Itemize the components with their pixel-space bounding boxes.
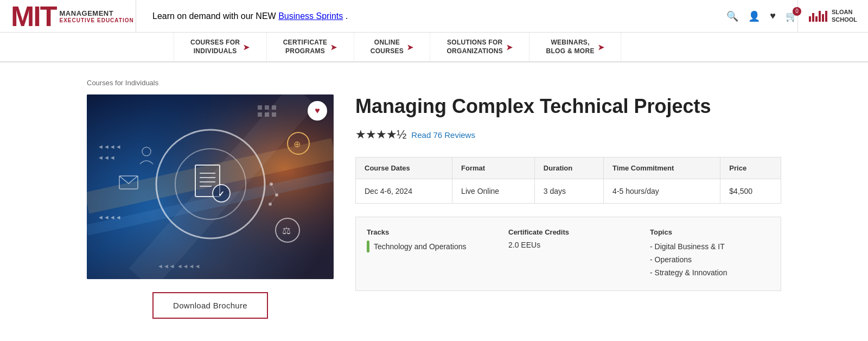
nav-courses-chevron: ➤: [243, 43, 250, 52]
svg-rect-25: [258, 112, 262, 117]
nav-certificate-programs[interactable]: CERTIFICATEPROGRAMS ➤: [267, 33, 354, 61]
topic-2: - Operations: [650, 254, 770, 267]
sloan-bar-6: [825, 11, 827, 22]
topic-1: - Digital Business & IT: [650, 241, 770, 254]
table-header-format: Format: [452, 157, 535, 179]
download-btn-area: Download Brochure: [87, 292, 334, 319]
track-color-bar: [367, 241, 369, 252]
course-image: ✓ ⚖ ⊕ ◄◄◄◄ ◄◄◄ ◄◄◄◄: [87, 94, 334, 279]
cart-button[interactable]: 🛒 0: [786, 10, 797, 22]
user-button[interactable]: 👤: [748, 10, 760, 22]
reviews-link[interactable]: Read 76 Reviews: [411, 130, 475, 140]
cert-label: Certificate Credits: [508, 228, 628, 236]
nav-webinars[interactable]: WEBINARS,BLOG & MORE ➤: [529, 33, 621, 61]
nav-online-chevron: ➤: [407, 43, 413, 52]
table-cell-dates: Dec 4-6, 2024: [356, 179, 452, 204]
bottom-info: Tracks Technology and Operations Certifi…: [355, 217, 781, 291]
svg-text:◄◄◄: ◄◄◄: [98, 154, 116, 161]
table-cell-duration: 3 days: [534, 179, 603, 204]
svg-text:⚖: ⚖: [282, 225, 291, 236]
nav-webinars-label: WEBINARS,BLOG & MORE: [546, 39, 594, 55]
content-area: Courses for Individuals: [0, 62, 868, 340]
breadcrumb-link[interactable]: Courses for Individuals: [87, 79, 158, 87]
nav-cert-chevron: ➤: [330, 43, 337, 52]
top-bar-icons: 🔍 👤 ♥ 🛒 0: [726, 10, 797, 22]
sloan-bar-2: [812, 13, 814, 22]
top-bar: MIT MANAGEMENT EXECUTIVE EDUCATION Learn…: [0, 0, 868, 33]
tracks-label: Tracks: [367, 228, 487, 236]
sloan-text: SLOANSCHOOL: [832, 9, 857, 23]
course-details: Managing Complex Technical Projects ★★★★…: [355, 94, 781, 291]
table-cell-price: $4,500: [720, 179, 781, 204]
svg-text:◄◄◄◄: ◄◄◄◄: [98, 143, 122, 150]
table-cell-commitment: 4-5 hours/day: [604, 179, 720, 204]
svg-text:✓: ✓: [218, 190, 225, 198]
sloan-bars-icon: [809, 11, 827, 22]
nav-courses-individuals[interactable]: COURSES FORINDIVIDUALS ➤: [174, 33, 267, 61]
topics-label: Topics: [650, 228, 770, 236]
breadcrumb: Courses for Individuals: [87, 79, 781, 87]
favorites-button[interactable]: ♥: [770, 10, 776, 22]
cart-badge: 0: [793, 7, 801, 16]
top-message: Learn on demand with our NEW Business Sp…: [136, 11, 726, 21]
message-text: Learn on demand with our NEW: [152, 11, 278, 21]
business-sprints-link[interactable]: Business Sprints: [278, 11, 343, 21]
table-header-duration: Duration: [534, 157, 603, 179]
tracks-section: Tracks Technology and Operations: [367, 228, 487, 279]
course-image-section: ✓ ⚖ ⊕ ◄◄◄◄ ◄◄◄ ◄◄◄◄: [87, 94, 334, 319]
nav-cert-label: CERTIFICATEPROGRAMS: [283, 39, 328, 55]
sloan-logo: SLOANSCHOOL: [797, 0, 857, 33]
track-name: Technology and Operations: [374, 242, 466, 251]
top-bar-left: MIT MANAGEMENT EXECUTIVE EDUCATION: [11, 2, 136, 30]
table-header-dates: Course Dates: [356, 157, 452, 179]
logo-area: MIT MANAGEMENT EXECUTIVE EDUCATION: [11, 2, 136, 30]
svg-rect-24: [272, 105, 276, 110]
logo-text-block: MANAGEMENT EXECUTIVE EDUCATION: [60, 9, 134, 23]
course-layout: ✓ ⚖ ⊕ ◄◄◄◄ ◄◄◄ ◄◄◄◄: [87, 94, 781, 319]
course-stars: ★★★★½: [355, 128, 406, 142]
search-button[interactable]: 🔍: [726, 10, 738, 22]
nav-courses-label: COURSES FORINDIVIDUALS: [190, 39, 240, 55]
cert-value: 2.0 EEUs: [508, 241, 628, 249]
table-header-commitment: Time Commitment: [604, 157, 720, 179]
svg-rect-27: [272, 112, 276, 117]
management-label: MANAGEMENT: [60, 9, 134, 17]
nav-solutions-orgs[interactable]: SOLUTIONS FORORGANIZATIONS ➤: [430, 33, 529, 61]
heart-icon: ♥: [315, 106, 320, 116]
sloan-bar-4: [819, 11, 821, 22]
track-badge: Technology and Operations: [367, 241, 487, 252]
nav-webinars-chevron: ➤: [598, 43, 604, 52]
favorite-heart-button[interactable]: ♥: [308, 101, 327, 121]
topic-3: - Strategy & Innovation: [650, 267, 770, 280]
svg-text:◄◄◄◄: ◄◄◄◄: [98, 214, 122, 220]
svg-text:⊕: ⊕: [293, 140, 301, 149]
sloan-bar-1: [809, 16, 811, 22]
svg-text:◄◄◄ ◄◄◄◄: ◄◄◄ ◄◄◄◄: [157, 263, 200, 269]
cert-section: Certificate Credits 2.0 EEUs: [508, 228, 628, 279]
course-title: Managing Complex Technical Projects: [355, 94, 781, 118]
table-header-price: Price: [720, 157, 781, 179]
course-image-wrapper: ✓ ⚖ ⊕ ◄◄◄◄ ◄◄◄ ◄◄◄◄: [87, 94, 334, 279]
course-image-svg: ✓ ⚖ ⊕ ◄◄◄◄ ◄◄◄ ◄◄◄◄: [87, 94, 334, 279]
topics-list: - Digital Business & IT - Operations - S…: [650, 241, 770, 279]
main-nav: COURSES FORINDIVIDUALS ➤ CERTIFICATEPROG…: [0, 33, 868, 62]
exec-label: EXECUTIVE EDUCATION: [60, 17, 134, 23]
download-brochure-button[interactable]: Download Brochure: [152, 292, 268, 319]
table-cell-format: Live Online: [452, 179, 535, 204]
nav-online-label: ONLINECOURSES: [371, 39, 404, 55]
svg-rect-26: [265, 112, 269, 117]
course-table: Course Dates Format Duration Time Commit…: [355, 157, 781, 204]
topics-section: Topics - Digital Business & IT - Operati…: [650, 228, 770, 279]
table-row: Dec 4-6, 2024 Live Online 3 days 4-5 hou…: [356, 179, 781, 204]
nav-online-courses[interactable]: ONLINECOURSES ➤: [354, 33, 431, 61]
nav-solutions-label: SOLUTIONS FORORGANIZATIONS: [446, 39, 503, 55]
svg-rect-22: [258, 105, 262, 110]
svg-rect-23: [265, 105, 269, 110]
rating-row: ★★★★½ Read 76 Reviews: [355, 128, 781, 142]
message-end: .: [346, 11, 348, 21]
sloan-bar-5: [822, 14, 824, 22]
mit-logo: MIT: [11, 2, 56, 30]
nav-solutions-chevron: ➤: [506, 43, 513, 52]
sloan-bar-3: [815, 16, 818, 22]
